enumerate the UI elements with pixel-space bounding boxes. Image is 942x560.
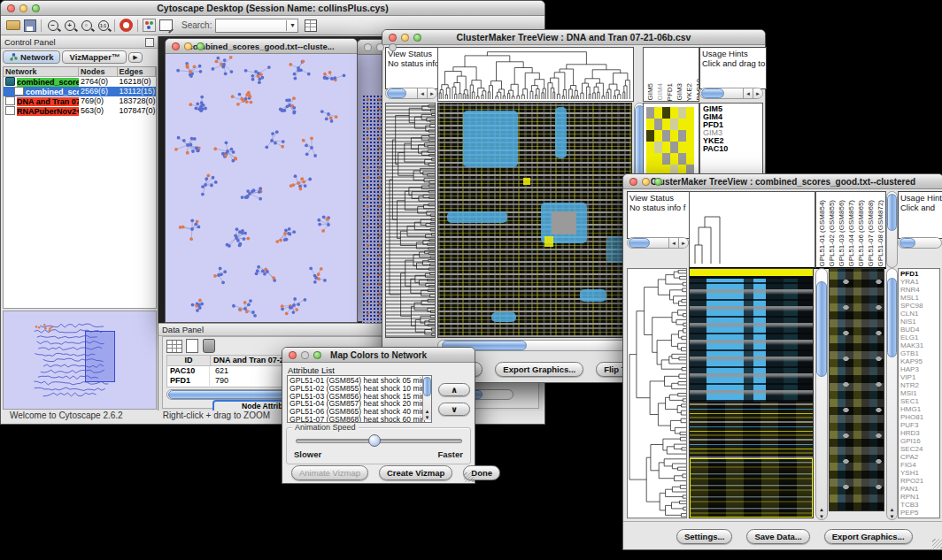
close-button[interactable] xyxy=(172,42,180,50)
animate-vizmap-button[interactable]: Animate Vizmap xyxy=(291,465,368,480)
treeview2-titlebar[interactable]: ClusterMaker TreeView : combined_scores_… xyxy=(623,174,942,189)
network-window-1-titlebar[interactable]: combined_scores_good.txt--cluste... xyxy=(166,39,357,54)
minimize-button[interactable] xyxy=(19,4,27,12)
save-icon[interactable] xyxy=(21,18,38,33)
gene-label[interactable]: PFD1 xyxy=(900,270,939,278)
zoom-button[interactable] xyxy=(654,178,662,186)
tv2-hints-scrollbar[interactable] xyxy=(898,237,942,249)
tab-vizmapper[interactable]: VizMapper™ xyxy=(62,50,127,64)
column-label[interactable]: GIM5 xyxy=(645,83,655,101)
gene-label[interactable]: RNR4 xyxy=(900,286,939,294)
close-button[interactable] xyxy=(289,351,297,359)
gene-label[interactable]: RPO21 xyxy=(900,477,939,485)
gene-label[interactable]: PHO81 xyxy=(900,413,939,421)
column-label[interactable]: GIM4 xyxy=(655,83,665,101)
gene-label[interactable]: SEC1 xyxy=(900,397,939,405)
zoom-selected-icon[interactable]: ▫ xyxy=(78,18,95,33)
tv2-heatmap[interactable] xyxy=(689,268,814,518)
scroll-up-icon[interactable]: ▲ xyxy=(887,507,897,512)
move-down-button[interactable]: ∨ xyxy=(438,403,470,416)
minimize-button[interactable] xyxy=(301,351,309,359)
gene-label[interactable]: NIS1 xyxy=(900,318,939,326)
gene-label[interactable]: CPA2 xyxy=(900,453,939,461)
gene-label[interactable]: NTR2 xyxy=(900,381,939,389)
column-label[interactable]: GPL51-07 (GSM868) xyxy=(866,200,876,267)
gene-label[interactable]: ELG1 xyxy=(900,334,939,341)
scroll-left-icon[interactable]: ◄ xyxy=(417,88,427,98)
close-button[interactable] xyxy=(364,43,372,51)
network-window-1[interactable]: combined_scores_good.txt--cluste... xyxy=(165,38,358,323)
close-button[interactable] xyxy=(7,4,15,12)
column-label[interactable]: YKE2 xyxy=(684,83,694,101)
column-label[interactable]: GPL51-01 (GSM854) xyxy=(817,200,827,267)
create-vizmap-button[interactable]: Create Vizmap xyxy=(379,465,452,480)
gene-label[interactable]: CLN1 xyxy=(900,310,939,318)
gene-label[interactable]: GIM4 xyxy=(703,113,762,121)
gene-label[interactable]: PEP5 xyxy=(900,509,939,517)
tv2-zoom-scrollbar[interactable]: ▲ ▼ xyxy=(886,268,898,520)
network-view-1[interactable] xyxy=(166,54,357,322)
tv1-column-dendrogram[interactable] xyxy=(437,47,634,102)
column-label[interactable]: GPL51-08 (GSM872) xyxy=(876,200,885,267)
speed-slider-thumb[interactable] xyxy=(368,434,381,447)
attribute-list-scrollbar[interactable]: ▲ ▼ xyxy=(422,376,431,420)
tv1-status-scrollbar[interactable]: ◄► xyxy=(385,88,437,99)
zoom-button[interactable] xyxy=(313,351,321,359)
resize-grip[interactable] xyxy=(464,472,474,482)
close-button[interactable] xyxy=(629,178,637,186)
gene-label[interactable]: RPN1 xyxy=(900,493,939,501)
network-table-row[interactable]: combined_sco2569(6)13112(15) xyxy=(4,87,156,96)
zoom-button[interactable] xyxy=(197,42,205,50)
gene-label[interactable]: MSL1 xyxy=(900,294,939,302)
gene-label[interactable]: SEC24 xyxy=(900,445,939,453)
scroll-down-icon[interactable]: ▼ xyxy=(423,415,431,420)
gene-label[interactable]: HAP3 xyxy=(900,365,939,373)
gene-label[interactable]: HRD3 xyxy=(900,429,939,437)
tv2-column-area[interactable] xyxy=(689,191,815,269)
help-lifering-icon[interactable] xyxy=(118,18,135,33)
gene-label[interactable]: VIP1 xyxy=(900,373,939,381)
gene-label[interactable]: HMG1 xyxy=(900,405,939,413)
gene-label[interactable]: GPI16 xyxy=(900,437,939,445)
id-column-header[interactable]: ID xyxy=(167,356,211,365)
column-label[interactable]: GPL51-04 (GSM857) xyxy=(846,200,856,267)
network-table-row[interactable]: combined_scores2764(0)16218(0) xyxy=(4,77,156,87)
gene-label[interactable]: PUF3 xyxy=(900,421,939,429)
scroll-down-icon[interactable]: ▼ xyxy=(887,514,897,519)
save-data-button[interactable]: Save Data... xyxy=(746,529,809,544)
cytoscape-titlebar[interactable]: Cytoscape Desktop (Session Name: collins… xyxy=(1,1,544,16)
column-label[interactable]: PFD1 xyxy=(665,83,675,101)
minimize-button[interactable] xyxy=(401,34,409,42)
zoom-fit-icon[interactable]: 1:1 xyxy=(95,18,112,33)
gene-label[interactable]: FIG4 xyxy=(900,461,939,469)
attribute-listbox[interactable]: GPL51-01 (GSM854) heat shock 05 minGPL51… xyxy=(287,375,432,423)
annotation-icon[interactable] xyxy=(158,18,174,33)
gene-label[interactable]: GTB1 xyxy=(900,349,939,357)
tv2-zoom-heatmap[interactable] xyxy=(829,268,884,511)
tv2-vertical-scrollbar[interactable]: ▲ ▼ xyxy=(815,268,828,520)
gene-label[interactable]: MSI1 xyxy=(900,389,939,397)
gene-label[interactable]: GIM5 xyxy=(703,105,762,113)
new-attribute-icon[interactable] xyxy=(186,339,198,353)
column-label[interactable]: GPL51-06 (GSM865) xyxy=(856,200,866,267)
tv1-row-dendrogram[interactable] xyxy=(385,103,436,338)
gene-label[interactable]: TCB3 xyxy=(900,501,939,509)
tv2-top-scrollbar[interactable] xyxy=(886,191,898,268)
col-network[interactable]: Network xyxy=(4,67,79,77)
column-label[interactable]: GPL51-03 (GSM856) xyxy=(837,200,846,267)
dialog-titlebar[interactable]: Map Colors to Network xyxy=(282,348,475,363)
delete-attribute-icon[interactable] xyxy=(203,339,215,353)
scroll-left-icon[interactable]: ◄ xyxy=(668,238,678,248)
tv1-hints-scrollbar[interactable]: ◄► xyxy=(699,88,763,99)
overview-viewport-rect[interactable] xyxy=(85,331,115,382)
search-combobox[interactable]: ▼ xyxy=(215,19,298,33)
gene-label[interactable]: YRA1 xyxy=(900,278,939,286)
export-graphics-button[interactable]: Export Graphics... xyxy=(495,362,583,377)
gene-label[interactable]: KAP95 xyxy=(900,357,939,365)
vizmapper-icon[interactable] xyxy=(141,18,158,33)
table-view-icon[interactable] xyxy=(166,340,182,353)
table-import-icon[interactable] xyxy=(302,18,319,33)
gene-label[interactable]: GIM3 xyxy=(703,129,762,137)
more-tabs-button[interactable]: ▶ xyxy=(128,52,142,63)
gene-label[interactable]: SPC98 xyxy=(900,302,939,310)
